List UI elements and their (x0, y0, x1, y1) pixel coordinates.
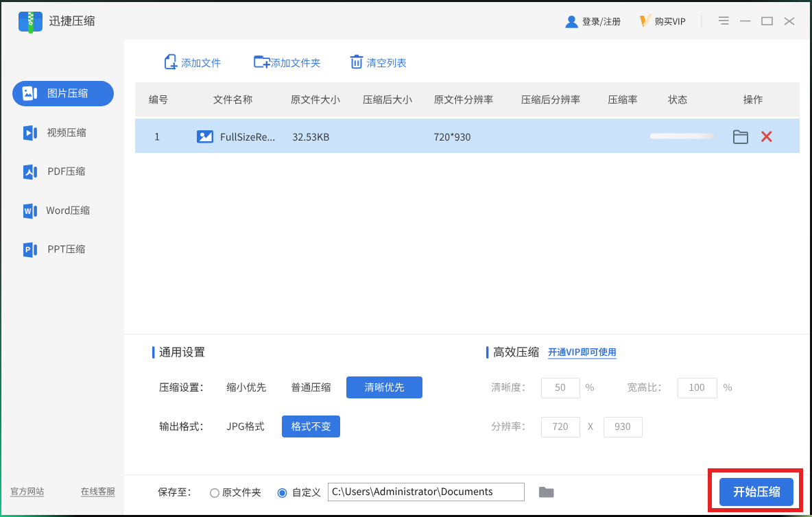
svg-text:P: P (25, 245, 30, 254)
svg-text:W: W (25, 208, 32, 215)
